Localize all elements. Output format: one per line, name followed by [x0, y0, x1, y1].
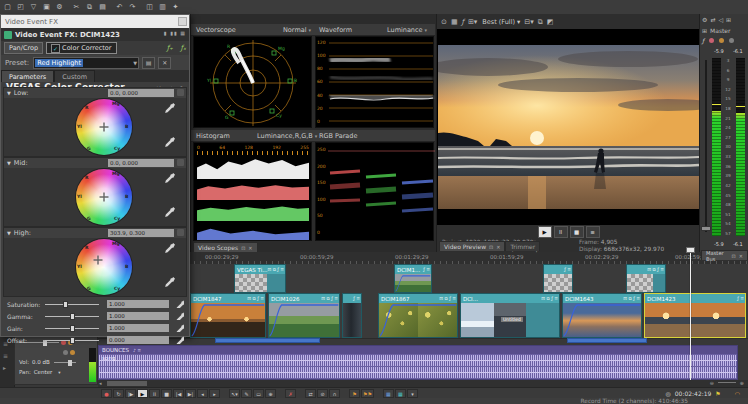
dock-arrow-icon[interactable]: ▸	[3, 364, 6, 371]
grouped-audio-strip[interactable]	[567, 338, 647, 343]
high-header[interactable]: ▼ High: 303.9, 0.300	[4, 228, 186, 238]
master-mute-knob[interactable]	[709, 38, 714, 43]
timeline-event-title[interactable]: ⊡ ⧉ ƒ ≡	[626, 264, 666, 293]
timeline-event-video[interactable]: DCIM1847⊡ ⧉ ƒ ≡	[190, 293, 266, 338]
low-color-wheel[interactable]: R Mg B Cy G Yl	[76, 99, 132, 155]
eyedropper-icon[interactable]	[164, 242, 175, 253]
timeline-event-video[interactable]: DCIM1026⊡ ⧉ ƒ ≡	[268, 293, 340, 338]
eyedropper-icon[interactable]	[175, 335, 184, 344]
go-to-start-button[interactable]: |◀	[173, 389, 184, 398]
arm-knob[interactable]	[63, 350, 68, 355]
saturation-slider[interactable]	[45, 304, 99, 305]
event-buttons[interactable]: ⊡ ⧉ ƒ ≡	[439, 296, 456, 301]
marker-flag-icon[interactable]: ⚑	[715, 390, 720, 397]
offset-value[interactable]: 0.000	[107, 336, 169, 344]
save-snapshot-icon[interactable]: ◩	[547, 18, 554, 26]
high-value[interactable]: 303.9, 0.300	[108, 229, 174, 237]
loop-playback-button[interactable]: ↻	[113, 389, 124, 398]
timeline-event-audio[interactable]: BOUNCES♪ ≡ song	[98, 345, 738, 380]
event-buttons[interactable]: ⊡ ⧉ ƒ ≡	[321, 296, 338, 301]
video-track-lane[interactable]: DCIM1847⊡ ⧉ ƒ ≡ DCIM1026⊡ ⧉ ƒ ≡ ƒ ≡ DCIM…	[98, 293, 748, 339]
dock-menu-icon[interactable]: ≡	[3, 352, 8, 359]
vectorscope-mode-dropdown[interactable]: Normal▾	[283, 26, 311, 34]
gamma-value[interactable]: 1.000	[107, 312, 169, 320]
insert-audio-track-button[interactable]: ▦	[383, 389, 394, 398]
gain-value[interactable]: 1.000	[107, 324, 169, 332]
preview-stop-button[interactable]: ■	[570, 226, 584, 238]
fx-close-icon[interactable]	[178, 17, 187, 26]
video-preview-tab[interactable]: Video Preview ⊡ ✕	[439, 241, 505, 251]
region-flag-icon[interactable]: ◠	[735, 390, 740, 397]
timeline-event-video-selected[interactable]: DCIM1423ƒ ≡	[644, 293, 746, 338]
preset-dropdown[interactable]: Red Highlight ▼	[33, 57, 139, 69]
event-buttons[interactable]: ⊡ ⧉ ƒ ≡	[247, 296, 264, 301]
event-buttons[interactable]: ⊡ ⧉ ƒ ≡	[267, 267, 284, 272]
high-color-wheel[interactable]: R Mg B Cy G Yl	[76, 239, 132, 295]
master-fader-handle[interactable]	[701, 226, 711, 231]
overlays-icon[interactable]: ⊞▾	[468, 18, 477, 26]
eyedropper-icon[interactable]	[175, 311, 184, 320]
pin-icon[interactable]: ⊡	[489, 244, 493, 250]
next-frame-button[interactable]: ▸	[209, 389, 220, 398]
copy-icon[interactable]: ⧉	[84, 2, 95, 13]
event-buttons[interactable]: ⊡ ⧉ ƒ ≡	[623, 296, 640, 301]
insert-region-button[interactable]: ⚑⚑	[361, 389, 374, 398]
scroll-left-arrow[interactable]: ◂	[99, 380, 102, 386]
eyedropper-icon[interactable]	[175, 323, 184, 332]
zoom-in-icon[interactable]: ⊕	[740, 380, 744, 386]
timeline-event-title[interactable]: ƒ ≡	[543, 264, 573, 293]
tab-parameters[interactable]: Parameters	[1, 70, 54, 82]
preview-pause-button[interactable]: II	[554, 226, 568, 238]
eyedropper-icon[interactable]	[164, 102, 175, 113]
event-buttons[interactable]: ƒ ≡	[564, 267, 571, 272]
envelope-tool-button[interactable]: ✎	[241, 389, 252, 398]
play-button[interactable]: ▶	[137, 389, 148, 398]
trimmer-tab[interactable]: Trimmer	[505, 241, 540, 251]
video-scopes-tab[interactable]: Video Scopes ⊡ ✕	[193, 242, 258, 252]
timeline-event-video[interactable]: DCIM1643⊡ ⧉ ƒ ≡	[562, 293, 642, 338]
preview-quality-dropdown[interactable]: Best (Full) ▾	[482, 18, 520, 26]
animate-icon[interactable]	[177, 159, 184, 166]
low-header[interactable]: ▼ Low: 0.0, 0.000	[4, 88, 186, 98]
remove-fx-icon[interactable]: ƒₓ	[180, 44, 186, 52]
project-properties-icon[interactable]: ⊙	[441, 18, 447, 26]
scrollbar-thumb[interactable]	[107, 381, 147, 386]
stop-button[interactable]: ■	[161, 389, 172, 398]
timeline-event-title[interactable]: DCIM1...ƒ ≡	[394, 264, 432, 293]
event-buttons[interactable]: ⊡ ⧉ ƒ ≡	[647, 267, 664, 272]
zoom-out-icon[interactable]: ⊖	[710, 380, 714, 386]
mute-output-icon[interactable]: ◁	[718, 16, 723, 23]
trimmer-icon[interactable]: ◫	[144, 2, 155, 13]
open-project-icon[interactable]: ◰	[15, 2, 26, 13]
collapse-icon[interactable]: ▼	[7, 90, 11, 96]
audio-event-buttons[interactable]: ♪ ≡	[133, 348, 141, 353]
timeline-event-video[interactable]: DCI...⊡ ⧉ ƒ ≡ Untitled	[460, 293, 560, 338]
master-fader-track[interactable]	[705, 60, 707, 232]
mid-value[interactable]: 0.0, 0.000	[108, 159, 174, 167]
histogram-mode-dropdown[interactable]: Luminance,R,G,B▾	[257, 132, 317, 140]
plugin-checkbox[interactable]: ✓	[51, 44, 60, 53]
preview-play-button[interactable]: ▶	[538, 226, 552, 238]
grouped-audio-strip[interactable]	[215, 338, 320, 343]
new-project-icon[interactable]: ▢	[2, 2, 13, 13]
layout-icon[interactable]: ⊞	[726, 16, 731, 23]
fx-layout-buttons[interactable]: ▮ ▮▮ ▦	[164, 30, 186, 36]
vol-value[interactable]: 0.0 dB	[32, 359, 50, 365]
selection-tool-button[interactable]: ▭	[253, 389, 264, 398]
cut-icon[interactable]: ✂	[71, 2, 82, 13]
eyedropper-complement-icon[interactable]	[164, 136, 175, 147]
lock-envelopes-button[interactable]: ⊘	[317, 389, 328, 398]
snapping-button[interactable]: ∩	[329, 389, 340, 398]
delete-preset-icon[interactable]: ✕	[158, 57, 171, 69]
track-button-row[interactable]	[15, 348, 99, 356]
waveform-mode-dropdown[interactable]: Luminance▾	[387, 26, 427, 34]
timeline-event-video[interactable]: ƒ ≡	[342, 293, 362, 338]
go-to-end-button[interactable]: ▶|	[185, 389, 196, 398]
mid-color-wheel[interactable]: R Mg B Cy G Yl	[76, 169, 132, 225]
animate-icon[interactable]	[177, 89, 184, 96]
collapse-icon[interactable]: ▼	[7, 160, 11, 166]
project-properties-icon[interactable]: ⚙	[54, 2, 65, 13]
pan-value[interactable]: Center	[34, 369, 53, 375]
pin-icon[interactable]: ⊡	[732, 253, 736, 259]
normal-edit-tool-button[interactable]: ↖▾	[229, 389, 240, 398]
